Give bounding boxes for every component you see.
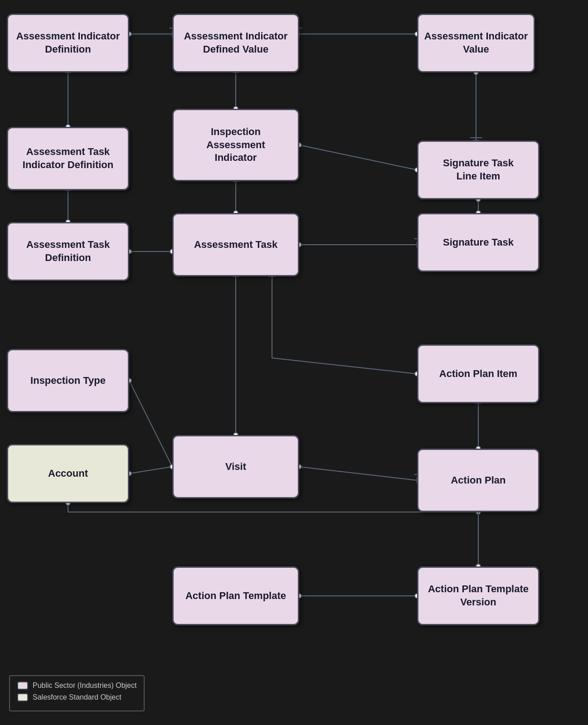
svg-line-42 [272, 358, 417, 374]
node-ap: Action Plan [417, 449, 539, 512]
svg-line-50 [129, 381, 172, 467]
node-stli: Signature TaskLine Item [417, 140, 539, 199]
legend: Public Sector (Industries) Object Salesf… [9, 675, 145, 711]
node-aidv: Assessment IndicatorDefined Value [172, 14, 299, 72]
legend-item-public: Public Sector (Industries) Object [17, 682, 136, 690]
node-apt: Action Plan Template [172, 566, 299, 625]
node-acc: Account [7, 444, 129, 503]
node-aptv: Action Plan TemplateVersion [417, 566, 539, 625]
node-vis: Visit [172, 435, 299, 498]
svg-line-65 [299, 467, 417, 480]
svg-line-38 [299, 145, 417, 170]
legend-box-cream [17, 693, 28, 701]
node-api: Action Plan Item [417, 344, 539, 403]
node-aiv: Assessment IndicatorValue [417, 14, 535, 72]
node-atd: Assessment TaskDefinition [7, 222, 129, 281]
node-it: Inspection Type [7, 349, 129, 412]
diagram-container: Assessment IndicatorDefinitionAssessment… [0, 0, 588, 725]
node-iai: InspectionAssessmentIndicator [172, 109, 299, 181]
node-st: Signature Task [417, 213, 539, 272]
legend-label-public: Public Sector (Industries) Object [33, 682, 136, 690]
legend-label-standard: Salesforce Standard Object [33, 693, 121, 701]
legend-box-pink [17, 682, 28, 690]
svg-line-57 [129, 467, 172, 474]
node-at: Assessment Task [172, 213, 299, 276]
node-atid: Assessment TaskIndicator Definition [7, 127, 129, 190]
legend-item-standard: Salesforce Standard Object [17, 693, 136, 701]
node-aid: Assessment IndicatorDefinition [7, 14, 129, 72]
